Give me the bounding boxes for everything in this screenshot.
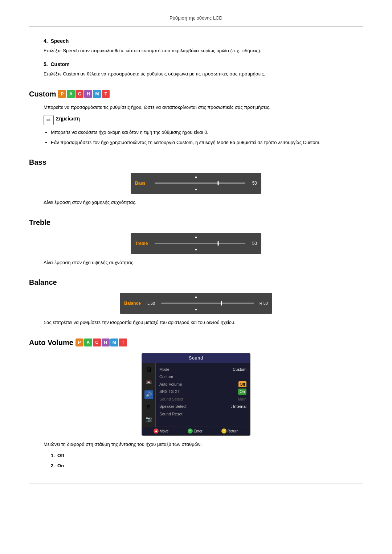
bass-slider-widget: ▲ Bass 50 ▼ <box>29 173 363 194</box>
bass-slider-track[interactable] <box>155 182 245 184</box>
auto-volume-heading: Auto Volume P A C H M T <box>29 337 363 348</box>
custom-section: Custom P A C H M T Μπορείτε να προσαρμόσ… <box>29 89 363 146</box>
tv-menu-content: Mode : Custom Custom Auto Volume Off <box>156 363 250 427</box>
menu-val-srs: On <box>238 389 246 395</box>
note-icon: ✏ <box>44 115 54 125</box>
treble-slider-value: 50 <box>248 240 257 247</box>
menu-key-custom: Custom <box>159 374 173 380</box>
menu-val-sound-select: Main <box>238 396 246 402</box>
tv-icon-4: ⚙ <box>144 403 153 411</box>
custom-heading: Custom P A C H M T <box>29 89 363 99</box>
av-sub-1: 1. Off <box>29 452 363 459</box>
page: Ρύθμιση της οθόνης LCD 4. Speech Επιλέξτ… <box>0 0 392 554</box>
item-4-section: 4. Speech Επιλέξτε Speech όταν παρακολου… <box>29 37 363 54</box>
av-badge-A: A <box>84 338 92 346</box>
page-header: Ρύθμιση της οθόνης LCD <box>29 15 363 26</box>
balance-slider-label: Balance <box>124 300 144 307</box>
menu-key-speaker-select: Speaker Select <box>159 403 187 410</box>
menu-row-srs: SRS TS XT On <box>159 388 246 395</box>
badge-H: H <box>84 90 92 98</box>
footer-icon-return: ↩ <box>221 428 226 434</box>
balance-description: Σας επιτρέπει να ρυθμίσετε την ισορροπία… <box>29 319 363 326</box>
menu-key-sound-select: Sound Select <box>159 396 183 402</box>
treble-slider-thumb <box>218 241 219 246</box>
menu-row-speaker-select: Speaker Select : Internal <box>159 403 246 410</box>
item-4-number: 4. Speech <box>44 37 363 45</box>
tv-menu-body: 🖼 📼 🔊 ⚙ 📷 Mode : Custom Custom <box>142 363 250 427</box>
menu-row-custom: Custom <box>159 373 246 381</box>
custom-badges: P A C H M T <box>58 90 110 98</box>
tv-icon-3-active: 🔊 <box>144 390 153 399</box>
av-sub-1-text: 1. Off <box>51 452 363 459</box>
footer-label-return: Return <box>228 428 238 434</box>
bullet-1: Μπορείτε να ακούσετε ήχο ακόμη και όταν … <box>51 129 363 136</box>
treble-arrow-down: ▼ <box>135 248 257 252</box>
bass-arrow-up: ▲ <box>135 175 257 178</box>
footer-return: ↩ Return <box>221 428 238 434</box>
balance-arrow-up: ▲ <box>124 295 268 299</box>
bass-arrow-down: ▼ <box>135 188 257 192</box>
menu-key-srs: SRS TS XT <box>159 389 180 395</box>
bass-slider-label: Bass <box>135 180 152 186</box>
tv-icon-2: 📼 <box>144 378 153 387</box>
note-label: Σημείωση <box>56 115 80 123</box>
menu-key-sound-reset: Sound Reset <box>159 411 183 417</box>
item-5-section: 5. Custom Επιλέξτε Custom αν θέλετε να π… <box>29 61 363 78</box>
av-sub-2-text: 2. On <box>51 462 363 469</box>
footer-icon-move: ▲ <box>154 428 159 434</box>
balance-track[interactable] <box>161 303 254 304</box>
footer-icon-enter: ↵ <box>188 428 193 434</box>
balance-slider-box: ▲ Balance L 50 R 50 ▼ <box>120 293 272 314</box>
menu-val-mode: : Custom <box>230 366 246 373</box>
bass-slider-value: 50 <box>248 180 257 186</box>
bass-slider-thumb <box>218 181 219 185</box>
treble-section: Treble ▲ Treble 50 ▼ Δίνει έμφαση στον ή… <box>29 217 363 266</box>
menu-val-auto-volume: Off <box>238 381 246 387</box>
balance-slider-widget: ▲ Balance L 50 R 50 ▼ <box>29 293 363 314</box>
bass-slider-box: ▲ Bass 50 ▼ <box>131 173 261 194</box>
footer-label-enter: Enter <box>194 428 203 434</box>
treble-slider-track[interactable] <box>155 243 245 244</box>
menu-row-sound-reset: Sound Reset <box>159 410 246 418</box>
tv-icon-1: 🖼 <box>144 366 153 374</box>
tv-menu-sidebar: 🖼 📼 🔊 ⚙ 📷 <box>142 363 156 427</box>
badge-C: C <box>75 90 83 98</box>
badge-A: A <box>67 90 75 98</box>
treble-arrow-up: ▲ <box>135 235 257 239</box>
menu-val-speaker-select: : Internal <box>231 403 246 410</box>
page-footer-line <box>29 484 363 484</box>
tv-menu-box: Sound 🖼 📼 🔊 ⚙ 📷 Mode : Custom <box>142 353 250 436</box>
treble-slider-widget: ▲ Treble 50 ▼ <box>29 233 363 254</box>
tv-menu-header: Sound <box>142 353 250 363</box>
bullet-2: Εάν προσαρμόσετε τον ήχο χρησιμοποιώντας… <box>51 139 363 146</box>
balance-section: Balance ▲ Balance L 50 R 50 ▼ Σας επιτρέ… <box>29 277 363 326</box>
tv-menu-widget: Sound 🖼 📼 🔊 ⚙ 📷 Mode : Custom <box>29 353 363 436</box>
av-badge-C: C <box>93 338 101 346</box>
bass-heading: Bass <box>29 157 363 168</box>
av-badge-P: P <box>75 338 83 346</box>
treble-slider-row: Treble 50 <box>135 240 257 247</box>
footer-label-move: Move <box>160 428 168 434</box>
badge-P: P <box>58 90 66 98</box>
balance-row: Balance L 50 R 50 <box>124 300 268 307</box>
item-5-number: 5. Custom <box>44 61 363 68</box>
auto-volume-badges: P A C H M T <box>75 338 127 346</box>
bass-description: Δίνει έμφαση στον ήχο χαμηλής συχνότητας… <box>29 199 363 206</box>
note-content: Σημείωση <box>56 115 80 124</box>
item-4-description: Επιλέξτε Speech όταν παρακολουθείτε κάπο… <box>44 47 363 54</box>
menu-key-auto-volume: Auto Volume <box>159 381 182 387</box>
badge-M: M <box>93 90 101 98</box>
tv-icon-5: 📷 <box>144 415 153 424</box>
av-badge-M: M <box>110 338 118 346</box>
bass-section: Bass ▲ Bass 50 ▼ Δίνει έμφαση στον ήχο χ… <box>29 157 363 206</box>
balance-heading: Balance <box>29 277 363 288</box>
treble-heading: Treble <box>29 217 363 228</box>
auto-volume-description: Μειώνει τη διαφορά στη στάθμη της ένταση… <box>29 441 363 448</box>
item-5-description: Επιλέξτε Custom αν θέλετε να προσαρμόσετ… <box>44 70 363 78</box>
custom-body: Μπορείτε να προσαρμόσετε τις ρυθμίσεις ή… <box>29 104 363 111</box>
menu-row-auto-volume: Auto Volume Off <box>159 381 246 388</box>
treble-slider-box: ▲ Treble 50 ▼ <box>131 233 261 254</box>
balance-right-label: R 50 <box>257 300 268 307</box>
bass-slider-row: Bass 50 <box>135 180 257 186</box>
av-badge-T: T <box>119 338 127 346</box>
